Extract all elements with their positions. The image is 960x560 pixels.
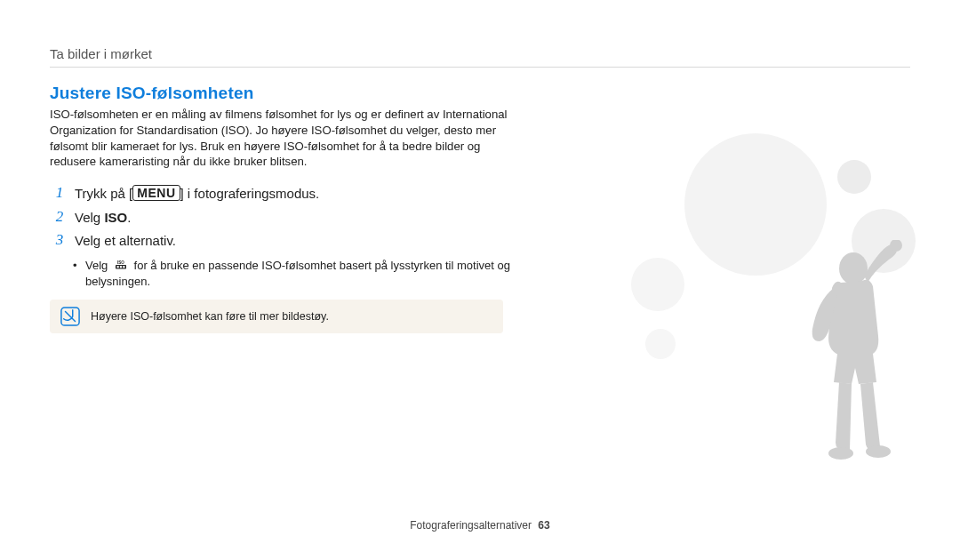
child-silhouette-icon	[756, 240, 916, 471]
note-box: Høyere ISO-følsomhet kan føre til mer bi…	[50, 300, 503, 333]
sub-bullet-post: for å bruke en passende ISO-følsomhet ba…	[85, 259, 510, 288]
menu-button-icon: MENU	[132, 185, 180, 201]
sub-bullet-pre: Velg	[85, 259, 111, 272]
page: Ta bilder i mørket Justere ISO-følsomhet…	[0, 0, 960, 560]
section-heading: Justere ISO-følsomheten	[50, 84, 512, 103]
step-3: 3 Velg et alternativ.	[50, 229, 512, 251]
step-2-pre: Velg	[75, 210, 104, 225]
decorative-illustration	[578, 124, 942, 462]
step-2-bold: ISO	[104, 210, 127, 225]
step-number: 3	[50, 229, 69, 251]
step-1-pre: Trykk på [	[75, 186, 132, 201]
svg-rect-4	[123, 266, 124, 268]
svg-point-9	[866, 445, 891, 458]
step-2: 2 Velg ISO.	[50, 206, 512, 228]
footer-page-number: 63	[538, 519, 549, 532]
note-icon	[60, 307, 80, 326]
step-2-post: .	[127, 210, 131, 225]
content-column: Justere ISO-følsomheten ISO-følsomheten …	[50, 84, 512, 333]
svg-point-7	[890, 240, 902, 252]
step-number: 1	[50, 182, 69, 204]
step-number: 2	[50, 206, 69, 228]
step-list: 1 Trykk på [MENU] i fotograferingsmodus.…	[50, 182, 512, 251]
footer-section: Fotograferingsalternativer	[410, 519, 532, 532]
svg-point-8	[828, 447, 853, 460]
sub-bullet: Velg ISO for å bruke en passende ISO-føl…	[76, 258, 512, 289]
intro-paragraph: ISO-følsomheten er en måling av filmens …	[50, 107, 512, 170]
step-body: Velg ISO.	[75, 206, 512, 228]
iso-auto-icon: ISO	[113, 259, 129, 269]
breadcrumb: Ta bilder i mørket	[50, 46, 910, 61]
divider	[50, 67, 910, 68]
svg-rect-3	[120, 266, 122, 268]
svg-rect-2	[116, 266, 118, 268]
note-text: Høyere ISO-følsomhet kan føre til mer bi…	[91, 310, 329, 323]
sub-bullet-list: Velg ISO for å bruke en passende ISO-føl…	[50, 258, 512, 289]
step-1-post: ] i fotograferingsmodus.	[180, 186, 320, 201]
svg-point-6	[839, 252, 868, 284]
page-footer: Fotograferingsalternativer 63	[0, 519, 960, 532]
svg-text:ISO: ISO	[117, 260, 124, 265]
step-1: 1 Trykk på [MENU] i fotograferingsmodus.	[50, 182, 512, 204]
step-3-text: Velg et alternativ.	[75, 229, 512, 251]
step-body: Trykk på [MENU] i fotograferingsmodus.	[75, 182, 512, 204]
